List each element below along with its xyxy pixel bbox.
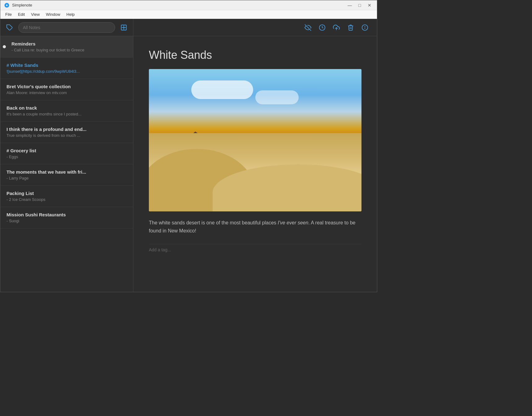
- note-title-white-sands: # White Sands: [6, 63, 127, 68]
- note-preview-grocery: - Eggs: [6, 154, 127, 159]
- note-item-sushi[interactable]: Mission Sushi Restaurants - Suogi: [0, 207, 133, 228]
- note-preview-profound: True simplicity is derived from so much …: [6, 133, 127, 138]
- note-item-bret-victor[interactable]: Bret Victor's quote collection Alan Moor…: [0, 79, 133, 100]
- menu-edit[interactable]: Edit: [15, 11, 27, 17]
- editor-image: [149, 69, 361, 211]
- sand-dunes-layer: [149, 133, 361, 211]
- info-button[interactable]: [359, 22, 371, 33]
- editor-body-text-1: The white sands desert is one of the mos…: [149, 220, 278, 225]
- title-bar-controls: — □ ✕: [346, 2, 373, 9]
- editor-image-inner: [149, 69, 361, 211]
- search-bar: [18, 22, 115, 33]
- note-preview-white-sands: ![sunset](https://cldup.com/9wpWU84l3...: [6, 69, 127, 74]
- info-icon: [361, 24, 368, 31]
- note-preview-packing: - 2 Ice Cream Scoops: [6, 197, 127, 202]
- tag-icon: [6, 24, 13, 31]
- editor-body-italic: I've ever seen: [278, 220, 308, 225]
- delete-button[interactable]: [345, 22, 357, 33]
- trash-icon: [347, 24, 354, 31]
- minimize-button[interactable]: —: [346, 2, 353, 9]
- note-preview-back-on-track: It's been a couple months since I posted…: [6, 112, 127, 116]
- note-item-grocery[interactable]: # Grocery list - Eggs: [0, 143, 133, 164]
- menu-help[interactable]: Help: [64, 11, 77, 17]
- cloud-1: [191, 80, 253, 99]
- share-button[interactable]: [331, 22, 342, 33]
- app-title: Simplenote: [12, 3, 32, 7]
- history-button[interactable]: [316, 22, 328, 33]
- share-icon: [333, 24, 340, 31]
- note-item-profound[interactable]: I think there is a profound and end... T…: [0, 122, 133, 143]
- editor-tag-area[interactable]: Add a tag...: [149, 244, 361, 252]
- note-title-bret-victor: Bret Victor's quote collection: [6, 84, 127, 89]
- app-body: Reminders - Call Lisa re: buying our tic…: [0, 19, 377, 292]
- note-preview-bret-victor: Alan Moore: interview on mtv.com: [6, 90, 127, 95]
- editor-title: White Sands: [149, 49, 361, 62]
- app-logo-icon: [4, 2, 10, 8]
- maximize-button[interactable]: □: [356, 2, 363, 9]
- new-note-icon: [120, 24, 127, 31]
- note-item-moments[interactable]: The moments that we have with fri... - L…: [0, 164, 133, 186]
- note-title-profound: I think there is a profound and end...: [6, 127, 127, 132]
- title-bar: Simplenote — □ ✕: [0, 0, 377, 10]
- new-note-button[interactable]: [118, 22, 129, 33]
- note-preview-reminders: - Call Lisa re: buying our ticket to Gre…: [6, 48, 127, 52]
- menu-bar: File Edit View Window Help: [0, 10, 377, 19]
- editor: White Sands: [133, 36, 377, 292]
- selected-indicator: [3, 45, 6, 48]
- note-item-white-sands[interactable]: # White Sands ![sunset](https://cldup.co…: [0, 58, 133, 79]
- close-button[interactable]: ✕: [366, 2, 373, 9]
- sidebar: Reminders - Call Lisa re: buying our tic…: [0, 36, 133, 292]
- note-preview-sushi: - Suogi: [6, 219, 127, 223]
- note-title-packing: Packing List: [6, 191, 127, 196]
- toolbar: [0, 19, 377, 36]
- note-title-reminders: Reminders: [6, 41, 127, 46]
- menu-window[interactable]: Window: [43, 11, 63, 17]
- toggle-preview-button[interactable]: [302, 22, 314, 33]
- eye-off-icon: [305, 24, 311, 31]
- note-title-moments: The moments that we have with fri...: [6, 169, 127, 175]
- note-item-back-on-track[interactable]: Back on track It's been a couple months …: [0, 100, 133, 122]
- note-title-grocery: # Grocery list: [6, 148, 127, 153]
- history-icon: [319, 24, 326, 31]
- editor-body: The white sands desert is one of the mos…: [149, 219, 361, 235]
- editor-toolbar: [133, 19, 377, 36]
- note-item-packing[interactable]: Packing List - 2 Ice Cream Scoops: [0, 186, 133, 207]
- content-area: Reminders - Call Lisa re: buying our tic…: [0, 36, 377, 292]
- menu-view[interactable]: View: [28, 11, 42, 17]
- note-title-back-on-track: Back on track: [6, 105, 127, 110]
- filter-icon-button[interactable]: [4, 22, 15, 33]
- search-input[interactable]: [23, 25, 110, 30]
- note-title-sushi: Mission Sushi Restaurants: [6, 212, 127, 217]
- title-bar-left: Simplenote: [4, 2, 32, 8]
- add-tag-label: Add a tag...: [149, 247, 171, 252]
- sidebar-toolbar: [0, 19, 133, 36]
- menu-file[interactable]: File: [3, 11, 14, 17]
- cloud-2: [255, 90, 299, 104]
- note-item-reminders[interactable]: Reminders - Call Lisa re: buying our tic…: [0, 36, 133, 58]
- note-preview-moments: - Larry Page: [6, 176, 127, 180]
